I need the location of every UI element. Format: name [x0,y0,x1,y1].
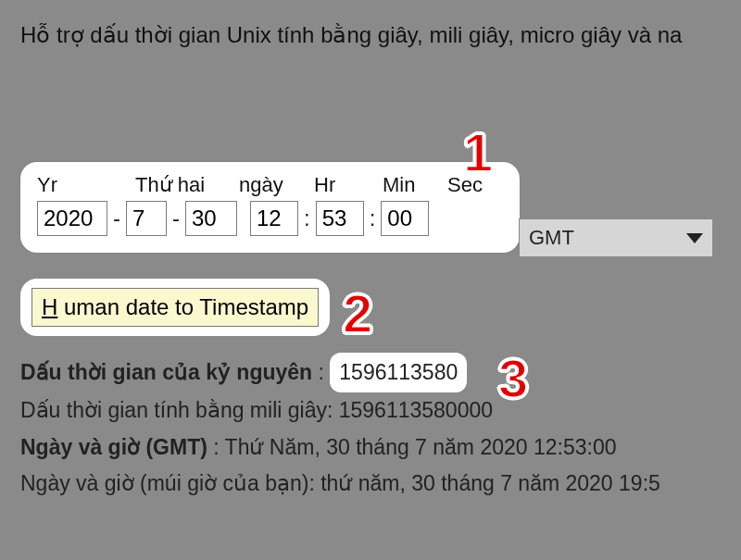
ms-line: Dấu thời gian tính bằng mili giây: 15961… [20,392,721,429]
sep-dash: - [172,205,180,231]
step-3-badge: 3 [498,352,528,405]
convert-button-wrap: H uman date to Timestamp [20,279,330,337]
sep-dash: - [113,205,120,231]
label-hour: Hr [314,173,370,197]
label-minute: Min [383,173,447,197]
label-day: ngày [239,173,299,197]
chevron-down-icon [686,233,703,243]
results-block: Dấu thời gian của kỷ nguyên : 1596113580… [20,353,721,501]
month-field[interactable] [126,201,167,236]
gmt-label: Ngày và giờ (GMT) [20,435,207,459]
year-field[interactable] [37,201,107,236]
label-year: Yr [37,173,120,197]
step-1-badge: 1 [463,126,493,180]
label-month: Thứ hai [135,173,239,197]
human-to-timestamp-button[interactable]: H uman date to Timestamp [31,288,319,328]
sep-colon: : [304,205,310,231]
intro-text: Hỗ trợ dấu thời gian Unix tính bằng giây… [20,19,721,51]
sep-colon: : [370,205,376,231]
timezone-value: GMT [529,226,574,250]
epoch-value: 1596113580 [330,353,467,392]
step-2-badge: 2 [343,287,372,341]
minute-field[interactable] [316,201,364,236]
gmt-value: : Thứ Năm, 30 tháng 7 năm 2020 12:53:00 [213,435,616,459]
date-input-panel: Yr Thứ hai ngày Hr Min Sec - - : : [20,162,520,253]
local-line: Ngày và giờ (múi giờ của bạn): thứ năm, … [20,466,721,502]
second-field[interactable] [381,201,429,236]
hour-field[interactable] [250,201,298,236]
epoch-label: Dấu thời gian của kỷ nguyên [20,360,312,384]
day-field[interactable] [185,201,237,236]
timezone-select[interactable]: GMT [519,218,713,257]
